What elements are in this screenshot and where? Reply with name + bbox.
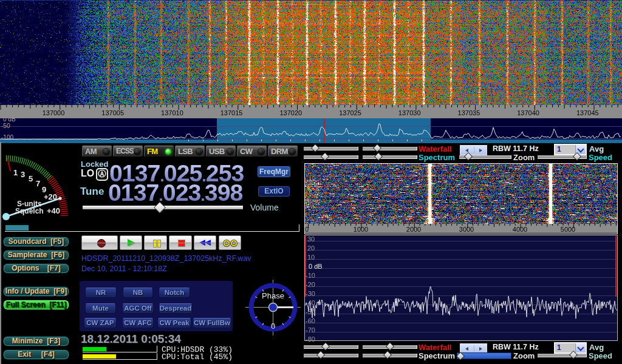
svg-text:Phase: Phase bbox=[262, 291, 284, 300]
svg-text:0: 0 bbox=[271, 322, 275, 331]
